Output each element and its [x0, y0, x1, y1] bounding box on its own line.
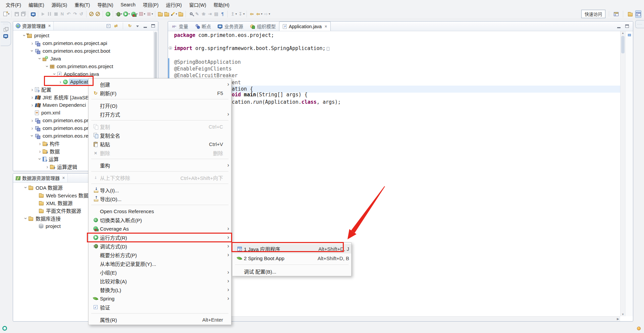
- externalize-strings-icon[interactable]: ❀: [200, 11, 207, 17]
- tab-business-resource[interactable]: 业务资源: [214, 21, 247, 31]
- spring-boot-icon[interactable]: [105, 11, 111, 17]
- chevron-collapsed-icon[interactable]: [37, 141, 43, 146]
- relaunch-icon[interactable]: [146, 11, 152, 17]
- folded-imports-icon[interactable]: [327, 47, 329, 51]
- menu-item-coverage-as[interactable]: Coverage As: [89, 224, 231, 233]
- word-completion-icon[interactable]: ⇥: [207, 11, 213, 17]
- profile-icon[interactable]: [138, 11, 144, 17]
- menu-file[interactable]: 文件(F): [2, 0, 25, 9]
- resume-icon[interactable]: [40, 11, 46, 17]
- chevron-collapsed-icon[interactable]: [30, 102, 35, 107]
- menu-item-open-cross-references[interactable]: Open Cross References: [89, 207, 231, 216]
- view-menu-icon[interactable]: [135, 23, 140, 29]
- drag-handle-icon[interactable]: ····: [637, 23, 643, 25]
- menu-item-team[interactable]: 小组(E): [89, 268, 231, 277]
- menu-item-refresh[interactable]: 刷新(F)F5: [89, 89, 231, 97]
- toggle-mark-occurrences-icon[interactable]: ✎: [194, 11, 200, 17]
- quick-access-button[interactable]: 快速访问: [581, 10, 605, 18]
- menu-item-open-with[interactable]: 打开方式: [89, 110, 231, 118]
- menu-item-run-as[interactable]: 运行方式(R): [89, 233, 231, 242]
- drag-handle-icon[interactable]: ····: [3, 23, 8, 25]
- editor-list-icon[interactable]: ▤: [213, 11, 219, 17]
- menu-item-properties[interactable]: 属性(R)Alt+Enter: [89, 315, 231, 324]
- chevron-collapsed-icon[interactable]: [37, 149, 43, 154]
- step-return-icon[interactable]: ↺: [78, 11, 85, 17]
- coverage-icon[interactable]: [130, 11, 137, 17]
- pen-icon[interactable]: [170, 11, 176, 17]
- new-wizard-icon[interactable]: [2, 11, 8, 17]
- close-icon[interactable]: ×: [62, 176, 65, 180]
- menu-source[interactable]: 源码(S): [48, 0, 71, 9]
- submenu-item-java-application[interactable]: 1 Java 应用程序Alt+Shift+D, J: [232, 244, 351, 253]
- chevron-collapsed-icon[interactable]: [58, 79, 63, 84]
- menu-project[interactable]: 项目(P): [139, 0, 162, 9]
- chevron-collapsed-icon[interactable]: [30, 118, 35, 123]
- tab-datasource-explorer[interactable]: 数据源资源管理器 ×: [13, 174, 68, 182]
- previous-annotation-icon[interactable]: ↥: [229, 11, 236, 17]
- menu-item-profile-as[interactable]: 概要分析方式(P): [89, 250, 231, 259]
- show-whitespace-icon[interactable]: ¶: [219, 11, 226, 17]
- step-into-icon[interactable]: ↶: [65, 11, 72, 17]
- open-file-icon[interactable]: [177, 11, 184, 17]
- scroll-right-icon[interactable]: ▶: [617, 317, 619, 321]
- menu-item-open[interactable]: 打开(O): [89, 101, 231, 110]
- run-icon[interactable]: [122, 11, 129, 17]
- menu-item-debug-as[interactable]: 调试方式(D): [89, 242, 231, 250]
- tab-resource-explorer[interactable]: 资源管理器 ×: [13, 21, 54, 30]
- chevron-expanded-icon[interactable]: [37, 56, 43, 61]
- menu-search[interactable]: Search: [117, 1, 139, 9]
- refresh-view-icon[interactable]: ↻: [127, 23, 132, 29]
- fold-expand-icon[interactable]: +: [169, 46, 172, 50]
- tree-item-project[interactable]: project: [13, 32, 158, 39]
- scrollbar-thumb[interactable]: [621, 36, 625, 53]
- menu-item-toggle-class-load-breakpoint[interactable]: 切换类装入断点(P): [89, 216, 231, 224]
- chevron-collapsed-icon[interactable]: [30, 41, 35, 46]
- menu-help[interactable]: 帮助(H): [210, 0, 233, 9]
- minimize-view-icon[interactable]: [143, 23, 148, 29]
- menu-item-replace-with[interactable]: 替换为(L): [89, 285, 231, 294]
- menu-item-spring[interactable]: Spring: [89, 294, 231, 303]
- chevron-expanded-icon[interactable]: [52, 72, 57, 77]
- editor-horizontal-scrollbar[interactable]: ◀▶: [168, 316, 620, 321]
- console-view-icon[interactable]: [3, 34, 8, 38]
- tree-item-module-boot[interactable]: com.primeton.eos.project.boot: [13, 47, 158, 55]
- step-over-icon[interactable]: ↷: [72, 11, 78, 17]
- open-perspective-icon[interactable]: [613, 11, 619, 17]
- tab-application-java[interactable]: Application.java×: [279, 21, 331, 31]
- debug-icon[interactable]: [115, 11, 121, 17]
- menu-navigate[interactable]: 导航(N): [94, 0, 117, 9]
- tree-item-package[interactable]: com.primeton.eos.project: [13, 62, 158, 70]
- menu-window[interactable]: 窗口(W): [185, 0, 210, 9]
- menu-item-new[interactable]: 创建: [89, 80, 231, 89]
- chevron-collapsed-icon[interactable]: [45, 164, 50, 169]
- menu-item-import[interactable]: 导入(I)...: [89, 186, 231, 194]
- next-annotation-icon[interactable]: ↧: [237, 11, 244, 17]
- scroll-down-icon[interactable]: ▼: [621, 313, 625, 316]
- eos-status-icon[interactable]: [2, 326, 7, 331]
- chevron-expanded-icon[interactable]: [30, 48, 35, 53]
- chevron-expanded-icon[interactable]: [23, 216, 29, 221]
- submenu-item-spring-boot-app[interactable]: 2 Spring Boot AppAlt+Shift+D, B: [232, 253, 351, 263]
- active-perspective-button[interactable]: [635, 10, 641, 18]
- tree-item-application-java[interactable]: Application.java: [13, 70, 158, 78]
- save-icon[interactable]: [13, 11, 20, 17]
- chevron-collapsed-icon[interactable]: [30, 87, 35, 92]
- menu-item-export[interactable]: 导出(O)...: [89, 194, 231, 203]
- search-icon[interactable]: [187, 11, 194, 17]
- link-with-editor-icon[interactable]: ⇄: [113, 23, 119, 29]
- collapse-all-icon[interactable]: −: [106, 23, 111, 29]
- tab-variables[interactable]: 变量: [168, 21, 192, 31]
- chevron-collapsed-icon[interactable]: [30, 95, 35, 100]
- chevron-expanded-icon[interactable]: [37, 156, 43, 161]
- save-all-icon[interactable]: [20, 11, 26, 17]
- forward-icon[interactable]: ⇨: [263, 11, 269, 17]
- chevron-collapsed-icon[interactable]: [30, 126, 35, 131]
- chevron-expanded-icon[interactable]: [23, 185, 29, 190]
- skip-all-breakpoints-icon[interactable]: [95, 11, 101, 17]
- close-icon[interactable]: ×: [325, 24, 327, 29]
- console-icon[interactable]: [30, 11, 36, 17]
- maximize-editor-icon[interactable]: [624, 23, 630, 29]
- tree-item-module-api[interactable]: com.primeton.eos.project.api: [13, 39, 158, 47]
- terminate-icon[interactable]: [53, 11, 59, 17]
- back-icon[interactable]: ⇦: [255, 11, 261, 17]
